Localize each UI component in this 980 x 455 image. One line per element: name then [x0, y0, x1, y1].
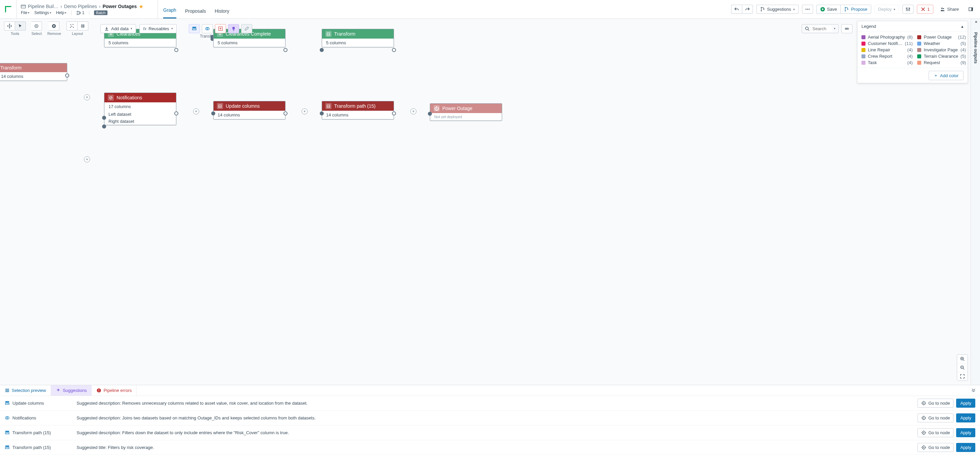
node-notifications[interactable]: ⊘Notifications 17 columns Left dataset R…	[104, 93, 176, 125]
legend-item[interactable]: Weather(5)	[917, 41, 966, 46]
svg-rect-0	[21, 5, 25, 8]
tab-graph[interactable]: Graph	[163, 2, 176, 19]
legend-item[interactable]: Investigator Page(4)	[917, 47, 966, 52]
add-connection[interactable]: +	[84, 94, 90, 100]
add-connection[interactable]: +	[193, 108, 199, 114]
suggestions-dropdown[interactable]: Suggestions ▾	[756, 5, 799, 14]
suggestion-message: Suggested description: Removes unnecessa…	[76, 401, 913, 406]
graph-canvas[interactable]: Tools Select Remove	[0, 19, 980, 385]
apply-button[interactable]: Apply	[956, 399, 975, 408]
breadcrumb-mid[interactable]: Demo Pipelines	[64, 4, 97, 9]
tab-history[interactable]: History	[215, 2, 229, 19]
legend-item[interactable]: Request(9)	[917, 60, 966, 65]
output-port[interactable]	[283, 48, 288, 52]
legend-item[interactable]: Terrain Clearance(5)	[917, 54, 966, 59]
node-transform-path[interactable]: ⊟Transform path (15) 14 columns	[322, 101, 394, 119]
branch-indicator[interactable]: 1	[76, 10, 84, 16]
expand-icon[interactable]: «	[974, 21, 978, 23]
node-power-outage-output[interactable]: ⏻Power Outage Not yet deployed	[430, 103, 502, 121]
legend-item[interactable]: Task(4)	[861, 60, 913, 65]
zoom-out-button[interactable]	[957, 363, 967, 372]
apply-button[interactable]: Apply	[956, 414, 975, 422]
ai-suggest-button[interactable]	[228, 24, 239, 33]
menu-file[interactable]: File▾	[21, 10, 30, 15]
input-port[interactable]	[211, 111, 215, 116]
remove-button[interactable]	[49, 21, 59, 30]
transform-tool-1[interactable]	[189, 24, 200, 33]
go-to-node-button[interactable]: Go to node	[918, 428, 953, 437]
node-update-columns[interactable]: ⊟Update columns 14 columns	[213, 101, 285, 119]
legend-item[interactable]: Customer Notifi…(11)	[861, 41, 913, 46]
output-port[interactable]	[174, 48, 178, 52]
search-box[interactable]: ▾	[802, 24, 838, 33]
breadcrumb-current[interactable]: Power Outages	[102, 4, 137, 9]
input-port[interactable]	[102, 116, 106, 120]
zoom-in-button[interactable]	[957, 355, 967, 363]
layout-grid-button[interactable]	[78, 21, 88, 30]
input-port[interactable]	[320, 48, 324, 52]
input-port[interactable]	[320, 111, 324, 116]
link-mode-button[interactable]	[841, 24, 853, 33]
output-port[interactable]	[174, 111, 178, 116]
deploy-button[interactable]: Deploy▾	[875, 5, 899, 14]
output-port[interactable]	[65, 73, 69, 78]
tab-proposals[interactable]: Proposals	[185, 2, 206, 19]
collapse-bottom-button[interactable]	[967, 385, 980, 396]
apply-button[interactable]: Apply	[956, 428, 975, 437]
add-connection[interactable]: +	[84, 156, 90, 162]
more-actions-button[interactable]	[802, 5, 813, 14]
layout-scatter-button[interactable]	[67, 21, 78, 30]
breadcrumb-root[interactable]: Pipeline Buil…	[28, 4, 59, 9]
legend-item[interactable]: Power Outage(12)	[917, 35, 966, 40]
menu-help[interactable]: Help▾	[56, 10, 67, 15]
pan-tool[interactable]	[4, 21, 15, 30]
edit-button[interactable]	[241, 24, 252, 33]
svg-rect-21	[971, 8, 973, 11]
output-port[interactable]	[392, 111, 396, 116]
error-count-pill[interactable]: 1	[917, 5, 933, 14]
search-input[interactable]	[812, 26, 832, 32]
port-right-dataset: Right dataset	[105, 118, 176, 125]
node-transform-left[interactable]: Transform 14 columns	[0, 63, 67, 81]
collapse-icon[interactable]: ▴	[961, 24, 964, 29]
go-to-node-button[interactable]: Go to node	[918, 414, 953, 422]
pipeline-outputs-tab[interactable]: « Pipeline outputs	[970, 19, 980, 385]
node-title: Power Outage	[442, 106, 473, 111]
input-port[interactable]	[102, 124, 106, 128]
output-port[interactable]	[283, 111, 288, 116]
save-button[interactable]: Save	[816, 5, 841, 14]
legend-item[interactable]: Crew Report(4)	[861, 54, 913, 59]
select-all-button[interactable]	[31, 21, 42, 30]
pointer-tool[interactable]	[15, 21, 26, 30]
legend-item[interactable]: Line Repair(4)	[861, 47, 913, 52]
tune-button[interactable]	[902, 5, 913, 14]
transform-tool-2[interactable]	[202, 24, 213, 33]
add-color-button[interactable]: ＋Add color	[929, 71, 964, 80]
share-button[interactable]: Share	[937, 5, 962, 13]
propose-button[interactable]: Propose	[840, 5, 871, 14]
zoom-fit-button[interactable]	[957, 372, 967, 380]
go-to-node-button[interactable]: Go to node	[918, 399, 953, 408]
add-connection[interactable]: +	[302, 108, 308, 114]
undo-button[interactable]	[731, 5, 742, 14]
input-port[interactable]	[428, 112, 432, 116]
favorite-star-icon[interactable]: ★	[139, 3, 143, 10]
tab-selection-preview[interactable]: Selection preview	[0, 385, 51, 396]
svg-rect-43	[5, 391, 9, 392]
legend-item[interactable]: Aerial Photography(8)	[861, 35, 913, 40]
panel-toggle-button[interactable]	[966, 5, 976, 13]
menu-settings[interactable]: Settings▾	[34, 10, 51, 15]
app-logo[interactable]	[0, 0, 17, 19]
transform-tool-3[interactable]	[215, 24, 226, 33]
reusables-button[interactable]: fxReusables▾	[139, 24, 177, 33]
apply-button[interactable]: Apply	[956, 443, 975, 452]
add-connection[interactable]: +	[410, 108, 417, 114]
add-data-button[interactable]: Add data▾	[100, 24, 136, 33]
legend-label: Power Outage	[924, 35, 956, 40]
output-port[interactable]	[392, 48, 396, 52]
redo-button[interactable]	[742, 5, 753, 14]
go-to-node-button[interactable]: Go to node	[918, 443, 953, 452]
tab-suggestions[interactable]: Suggestions	[51, 385, 92, 396]
node-transform[interactable]: ⊟Transform 5 columns	[322, 29, 394, 47]
tab-pipeline-errors[interactable]: Pipeline errors	[92, 385, 137, 396]
